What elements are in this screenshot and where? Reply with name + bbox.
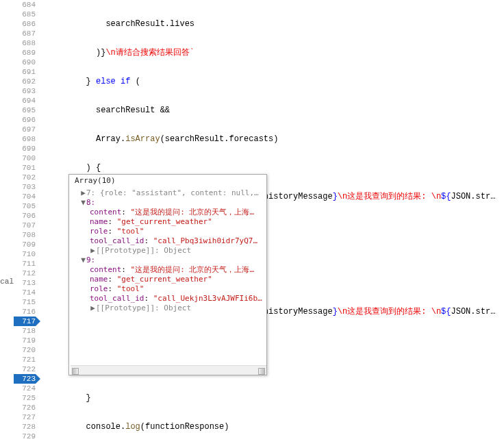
tree-index: 9: — [86, 256, 95, 264]
tree-row[interactable]: name: "get_current_weather" — [71, 217, 266, 227]
code-text: (searchResult.forecasts) — [160, 134, 279, 144]
line-number[interactable]: 722 — [14, 364, 36, 374]
line-number[interactable]: 729 — [14, 432, 36, 441]
tree-row[interactable]: ▼9: — [71, 256, 266, 265]
tree-row[interactable]: tool_call_id: "call_Uekjn3L3vAJWFIi6b… — [71, 294, 266, 303]
code-text: JSON.str… — [451, 307, 496, 317]
line-number[interactable]: 701 — [14, 163, 36, 173]
line-number[interactable]: 691 — [14, 67, 36, 77]
line-number[interactable]: 688 — [14, 38, 36, 48]
line-number[interactable]: 706 — [14, 211, 36, 221]
line-number-gutter[interactable]: 684 685 686 687 688 689 690 691 692 693 … — [14, 0, 42, 446]
popover-scroll[interactable]: ▶7: {role: "assistant", content: null,… … — [71, 188, 266, 365]
line-number[interactable]: 690 — [14, 58, 36, 67]
line-number[interactable]: 687 — [14, 29, 36, 38]
tree-proto: [[Prototype]]: Object — [96, 303, 191, 312]
line-number[interactable]: 692 — [14, 77, 36, 86]
code-fn: log — [125, 422, 140, 432]
code-text: JSON.str… — [451, 192, 496, 201]
line-number[interactable]: 697 — [14, 125, 36, 134]
code-text: searchResult && — [47, 106, 170, 115]
triangle-right-icon[interactable]: ▶ — [90, 303, 96, 313]
tree-val: "这是我的提问: 北京的天气，上海… — [131, 265, 255, 274]
line-number[interactable]: 725 — [14, 393, 36, 403]
code-text: } — [47, 77, 96, 86]
tree-row[interactable]: ▶7: {role: "assistant", content: null,… — [71, 188, 266, 198]
line-number[interactable]: 702 — [14, 173, 36, 182]
popover-horizontal-scrollbar[interactable] — [71, 365, 266, 375]
tree-row[interactable]: role: "tool" — [71, 227, 266, 236]
triangle-down-icon[interactable]: ▼ — [80, 198, 86, 208]
line-number[interactable]: 716 — [14, 307, 36, 317]
code-esc: \n这是我查询到的结果: \n — [338, 307, 441, 317]
tree-proto: [[Prototype]]: Object — [96, 246, 191, 255]
triangle-right-icon[interactable]: ▶ — [90, 246, 96, 256]
line-number[interactable]: 685 — [14, 10, 36, 19]
line-number[interactable]: 700 — [14, 153, 36, 163]
line-number[interactable]: 718 — [14, 326, 36, 336]
code-text: ( — [130, 77, 140, 86]
tree-row[interactable]: name: "get_current_weather" — [71, 275, 266, 284]
line-number[interactable]: 712 — [14, 269, 36, 278]
tree-row[interactable]: content: "这是我的提问: 北京的天气，上海… — [71, 208, 266, 217]
line-number[interactable]: 698 — [14, 134, 36, 144]
line-number[interactable]: 709 — [14, 240, 36, 249]
code-text: } — [47, 393, 91, 403]
line-number[interactable]: 693 — [14, 86, 36, 96]
tree-row[interactable]: ▶[[Prototype]]: Object — [71, 303, 266, 313]
line-number[interactable]: 714 — [14, 288, 36, 297]
tree-row[interactable]: ▼8: — [71, 198, 266, 208]
tree-prop: name — [90, 217, 108, 226]
line-number[interactable]: 726 — [14, 403, 36, 412]
line-number[interactable]: 707 — [14, 221, 36, 230]
tree-row[interactable]: ▶[[Prototype]]: Object — [71, 246, 266, 256]
line-number[interactable]: 684 — [14, 0, 36, 10]
line-number[interactable]: 727 — [14, 412, 36, 422]
tree-val: "get_current_weather" — [117, 217, 212, 226]
tree-row[interactable]: role: "tool" — [71, 284, 266, 294]
tree-prop: role — [90, 227, 108, 236]
line-number[interactable]: 703 — [14, 182, 36, 192]
triangle-down-icon[interactable]: ▼ — [80, 256, 86, 265]
line-number-breakpoint[interactable]: 723 — [14, 374, 36, 384]
line-number[interactable]: 728 — [14, 422, 36, 432]
tree-prop: tool_call_id — [90, 294, 144, 303]
line-number[interactable]: 708 — [14, 230, 36, 240]
code-tmpl: } — [333, 307, 338, 317]
line-number[interactable]: 721 — [14, 355, 36, 364]
tree-val: "tool" — [117, 284, 144, 293]
line-number[interactable]: 713 — [14, 278, 36, 288]
tree-dim: 7: — [86, 188, 100, 197]
line-number[interactable]: 686 — [14, 19, 36, 29]
code-text: \n请结合搜索结果回答` — [105, 48, 194, 58]
side-truncated-label: cal — [0, 0, 14, 446]
debug-hover-popover[interactable]: Array(10) ▶7: {role: "assistant", conten… — [68, 174, 267, 375]
line-number[interactable]: 689 — [14, 48, 36, 58]
line-number[interactable]: 699 — [14, 144, 36, 153]
popover-body: ▶7: {role: "assistant", content: null,… … — [69, 188, 266, 375]
line-number[interactable]: 710 — [14, 249, 36, 259]
tree-row[interactable]: content: "这是我的提问: 北京的天气，上海… — [71, 265, 266, 275]
line-number[interactable]: 694 — [14, 96, 36, 106]
triangle-right-icon[interactable]: ▶ — [80, 188, 86, 198]
code-text: ) { — [47, 163, 101, 173]
line-number[interactable]: 704 — [14, 192, 36, 201]
line-number[interactable]: 711 — [14, 259, 36, 269]
line-number-breakpoint[interactable]: 717 — [14, 317, 36, 326]
line-number[interactable]: 719 — [14, 336, 36, 345]
code-text: (functionResponse) — [140, 422, 229, 432]
code-text: Array. — [47, 134, 125, 144]
line-number[interactable]: 724 — [14, 384, 36, 393]
tree-prop: tool_call_id — [90, 236, 144, 245]
line-number[interactable]: 705 — [14, 201, 36, 211]
line-number[interactable]: 695 — [14, 106, 36, 115]
code-tmpl: } — [333, 192, 338, 201]
tree-row[interactable]: tool_call_id: "call_Pbq3iwih0idr7yQ7… — [71, 236, 266, 246]
line-number[interactable]: 720 — [14, 345, 36, 355]
code-tmpl: ${ — [441, 307, 451, 317]
line-number[interactable]: 696 — [14, 115, 36, 125]
tree-prop: role — [90, 284, 108, 293]
code-text: console. — [47, 422, 125, 432]
code-text: searchResult.lives — [47, 19, 194, 29]
line-number[interactable]: 715 — [14, 297, 36, 307]
